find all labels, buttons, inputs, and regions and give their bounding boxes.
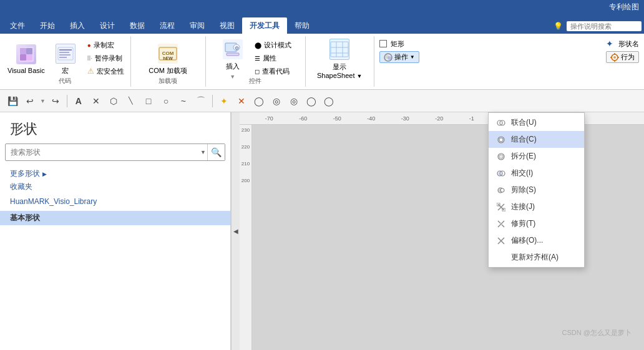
design-mode-button[interactable]: ⬤ 设计模式 [252,39,294,51]
behavior-button[interactable]: 行为 [606,51,639,63]
tab-data[interactable]: 数据 [122,17,152,34]
star-qt-button[interactable]: ✦ [217,94,232,109]
connector-qt-button[interactable]: ⬡ [106,94,121,109]
search-button[interactable]: 🔍 [207,144,225,160]
properties-button[interactable]: ☰ 属性 [252,52,294,64]
tab-view[interactable]: 视图 [212,17,242,34]
rect-checkbox[interactable] [379,40,387,47]
text-qt-button[interactable]: A [71,94,86,109]
ruler-top-marks: -70 -60 -50 -40 -30 -20 -1 30 [252,115,644,122]
more-shapes-link[interactable]: 更多形状 ▶ [10,168,220,179]
op-split[interactable]: 拆分(E) [489,148,584,165]
ribbon-group-code: Visual Basic 宏 ● 录制宏 [0,36,131,87]
canvas-content[interactable] [252,125,644,350]
insert-icon: ⚙ [223,39,243,59]
search-input[interactable] [567,21,642,31]
op-trim-label: 修剪(T) [511,218,535,229]
pause-record-button[interactable]: II· 暂停录制 [85,52,127,64]
svg-line-47 [502,225,504,227]
rect-label: 矩形 [391,39,404,49]
svg-text:COM: COM [162,51,174,56]
tab-devtools[interactable]: 开发工具 [242,17,287,34]
curve-qt-button[interactable]: ~ [176,94,191,109]
ribbon-group-controls: ⚙ 插入 ▼ ⬤ 设计模式 ☰ 属性 ◻ 查看代码 [206,36,306,87]
rect-qt-button[interactable]: □ [141,94,156,109]
svg-point-40 [500,188,504,192]
save-qt-button[interactable]: 💾 [5,94,20,109]
search-dropdown[interactable]: ▼ [199,149,207,155]
op-intersect[interactable]: 相交(I) [489,165,584,182]
basic-shapes-label[interactable]: 基本形状 [0,211,230,225]
x-qt-button[interactable]: ✕ [234,94,249,109]
vb-icon [16,44,36,64]
op-union[interactable]: 联合(U) [489,114,584,131]
security-button[interactable]: ⚠ 宏安全性 [85,65,127,77]
op-connect-label: 连接(J) [511,202,535,212]
circle3-qt-button[interactable]: ◎ [286,94,301,109]
operation-arrow: ▼ [410,54,415,60]
operation-row: 操作 ▼ 行为 [379,51,639,63]
record-macro-button[interactable]: ● 录制宏 [85,39,127,51]
svg-rect-7 [59,52,69,53]
circle5-qt-button[interactable]: ◯ [321,94,336,109]
view-code-button[interactable]: ◻ 查看代码 [252,65,294,77]
svg-point-34 [499,138,503,142]
circle1-qt-button[interactable]: ◯ [251,94,266,109]
com-label: COM 加载项 [149,66,187,75]
undo-qt-button[interactable]: ↩ [22,94,37,109]
ribbon-group-display: 显示ShapeSheet ▼ [306,36,374,87]
split-icon [496,152,506,162]
ruler-left: 230 220 210 200 [240,125,252,350]
macro-icon [56,44,76,64]
op-update-align[interactable]: 更新对齐框(A) [489,249,584,266]
shapes-sidebar: 形状 ▼ 🔍 更多形状 ▶ 收藏夹 HuanMARK_Visio_Library… [0,112,231,350]
svg-rect-9 [59,57,67,58]
op-combine[interactable]: 组合(C) [489,131,584,148]
insert-label: 插入 [226,62,240,71]
circle2-qt-button[interactable]: ◎ [269,94,284,109]
display-shapesheet-button[interactable]: 显示ShapeSheet ▼ [311,37,368,81]
insert-button[interactable]: ⚙ 插入 ▼ [217,37,248,81]
favorites-link[interactable]: 收藏夹 [10,182,220,192]
operation-dropdown: 联合(U) 组合(C) 拆分(E) 相交(I) [488,112,585,268]
op-subtract[interactable]: 剪除(S) [489,182,584,198]
visual-basic-button[interactable]: Visual Basic [4,37,49,81]
vb-label: Visual Basic [7,67,45,74]
operation-button[interactable]: 操作 ▼ [379,51,419,63]
sep1 [67,95,67,107]
tab-process[interactable]: 流程 [152,17,182,34]
sidebar-collapse-button[interactable]: ◀ [231,112,240,350]
display-icon [329,39,349,60]
tab-design[interactable]: 设计 [92,17,122,34]
redo-qt-button[interactable]: ↪ [48,94,63,109]
tab-help[interactable]: 帮助 [287,17,317,34]
line-qt-button[interactable]: ╲ [124,94,139,109]
shape-search-input[interactable] [6,145,199,159]
library-link[interactable]: HuanMARK_Visio_Library [0,195,230,208]
delete-qt-button[interactable]: ✕ [89,94,104,109]
control-small-btns: ⬤ 设计模式 ☰ 属性 ◻ 查看代码 [252,37,294,77]
tab-file[interactable]: 文件 [2,17,32,34]
op-connect[interactable]: 连接(J) [489,198,584,215]
sep2 [212,95,213,107]
com-addin-button[interactable]: COM hEW COM 加载项 [145,37,191,81]
quick-toolbar: 💾 ↩ ▼ ↪ A ✕ ⬡ ╲ □ ○ ~ ⌒ ✦ ✕ ◯ ◎ ◎ ◯ ◯ [0,90,644,112]
connect-icon [496,202,506,212]
arc-qt-button[interactable]: ⌒ [193,94,208,109]
view-code-label: 查看代码 [262,67,290,76]
ribbon: Visual Basic 宏 ● 录制宏 [0,34,644,90]
ribbon-group-addin: COM hEW COM 加载项 加载项 [131,36,206,87]
tab-review[interactable]: 审阅 [182,17,212,34]
tab-start[interactable]: 开始 [32,17,62,34]
watermark: CSDN @怎么又是萝卜 [562,328,632,338]
op-trim[interactable]: 修剪(T) [489,215,584,232]
svg-rect-17 [331,42,348,57]
oval-qt-button[interactable]: ○ [159,94,173,109]
svg-rect-14 [227,53,239,56]
tab-insert[interactable]: 插入 [62,17,92,34]
op-offset[interactable]: 偏移(O)... [489,232,584,249]
shape-name-icon: ✦ [606,39,613,49]
svg-text:⚙: ⚙ [234,46,238,51]
circle4-qt-button[interactable]: ◯ [304,94,319,109]
macro-button[interactable]: 宏 [50,37,81,81]
